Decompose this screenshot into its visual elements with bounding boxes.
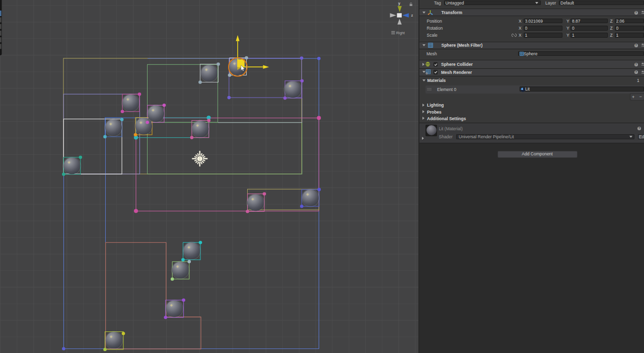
svg-text:Right: Right — [396, 31, 405, 35]
svg-text:z: z — [411, 13, 413, 18]
